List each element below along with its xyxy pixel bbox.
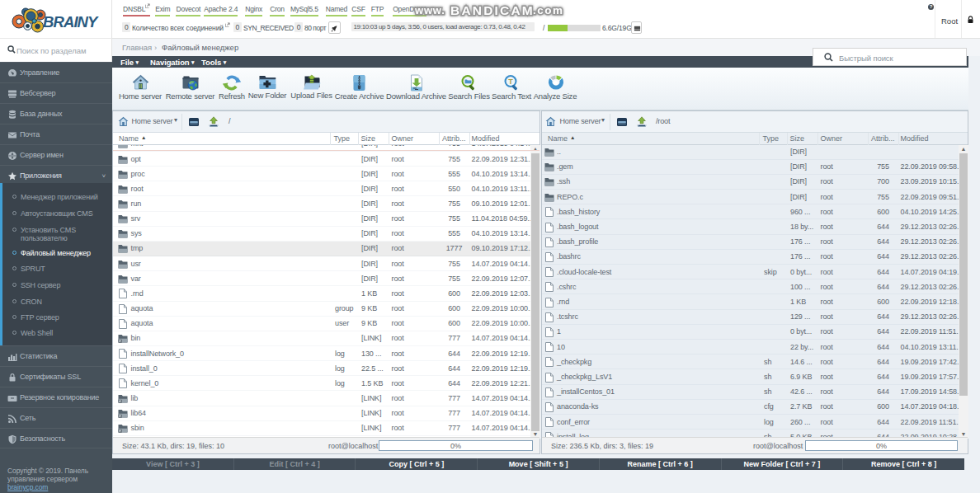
svg-text:www.: www. xyxy=(414,4,445,16)
svg-text:.com: .com xyxy=(533,4,564,16)
svg-text:BRAINY: BRAINY xyxy=(43,13,99,31)
svg-text:T: T xyxy=(508,77,513,86)
svg-text:BANDICAM: BANDICAM xyxy=(450,3,535,17)
